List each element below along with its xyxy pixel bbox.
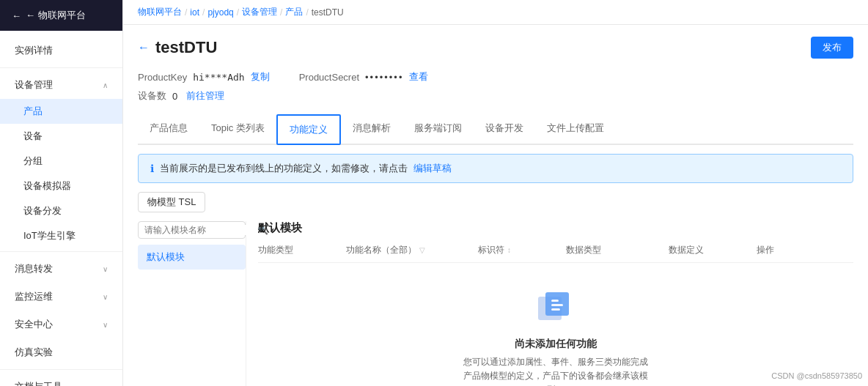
tab-product-info[interactable]: 产品信息 <box>138 114 199 145</box>
product-key-label: ProductKey <box>138 72 187 83</box>
sidebar-item-groups[interactable]: 分组 <box>0 149 122 174</box>
chevron-down-icon: ∨ <box>103 321 108 329</box>
sidebar-item-device-distribution[interactable]: 设备分发 <box>0 198 122 223</box>
sidebar-item-label: 文档与工具 <box>15 380 62 386</box>
table-area: 默认模块 功能类型 功能名称（全部） ▽ 标识符 ↕ 数据类型 <box>246 221 853 386</box>
breadcrumb-sep-1: / <box>185 7 187 18</box>
tab-device-dev[interactable]: 设备开发 <box>474 114 535 145</box>
device-count-value: 0 <box>172 91 177 102</box>
sidebar-item-docs[interactable]: 文档与工具 <box>0 373 122 386</box>
device-count-label: 设备数 <box>138 89 166 103</box>
sidebar-item-label: 设备管理 <box>15 78 53 92</box>
device-count-row: 设备数 0 前往管理 <box>138 89 853 103</box>
breadcrumb-pjyodq[interactable]: pjyodq <box>207 7 233 18</box>
tab-topic-list[interactable]: Topic 类列表 <box>199 114 276 145</box>
sidebar-item-iot-student[interactable]: IoT学生引擎 <box>0 223 122 248</box>
breadcrumb-current: testDTU <box>312 7 344 18</box>
product-secret-value: •••••••• <box>365 72 403 83</box>
view-secret-button[interactable]: 查看 <box>409 70 428 83</box>
svg-rect-2 <box>551 300 559 302</box>
main-area: 物联网平台 / iot / pjyodq / 设备管理 / 产品 / testD… <box>123 0 868 386</box>
filter-icon[interactable]: ▽ <box>419 246 425 254</box>
breadcrumb: 物联网平台 / iot / pjyodq / 设备管理 / 产品 / testD… <box>123 0 868 25</box>
th-label: 数据定义 <box>669 244 704 256</box>
info-banner: ℹ 当前展示的是已发布到线上的功能定义，如需修改，请点击 编辑草稿 <box>138 154 853 183</box>
th-label: 功能类型 <box>258 244 293 256</box>
tab-file-upload[interactable]: 文件上传配置 <box>535 114 616 145</box>
chevron-down-icon: ∨ <box>103 293 108 301</box>
th-label: 数据类型 <box>566 244 601 256</box>
sidebar: ← ← 物联网平台 实例详情 设备管理 ∧ 产品 设备 分组 设备模拟器 设备分… <box>0 0 123 386</box>
product-key-item: ProductKey hi****Adh 复制 <box>138 70 270 83</box>
page-title: testDTU <box>155 38 217 57</box>
sidebar-nav: 实例详情 设备管理 ∧ 产品 设备 分组 设备模拟器 设备分发 IoT学生引擎 … <box>0 31 122 386</box>
copy-button[interactable]: 复制 <box>251 70 270 83</box>
sidebar-divider <box>0 67 122 68</box>
svg-rect-4 <box>551 308 560 311</box>
sidebar-title: ← 物联网平台 <box>26 9 86 22</box>
breadcrumb-iot-platform[interactable]: 物联网平台 <box>138 6 182 18</box>
table-title: 默认模块 <box>258 221 853 235</box>
page-content: ← testDTU 发布 ProductKey hi****Adh 复制 Pro… <box>123 25 868 386</box>
table-header: 功能类型 功能名称（全部） ▽ 标识符 ↕ 数据类型 数据定义 <box>258 244 853 263</box>
sidebar-item-devices[interactable]: 设备 <box>0 124 122 149</box>
sidebar-item-monitor[interactable]: 监控运维 ∨ <box>0 283 122 311</box>
sidebar-header[interactable]: ← ← 物联网平台 <box>0 0 122 31</box>
tsl-button[interactable]: 物模型 TSL <box>138 192 205 212</box>
sidebar-item-label: 消息转发 <box>15 262 53 275</box>
svg-rect-3 <box>551 304 563 306</box>
manage-devices-link[interactable]: 前往管理 <box>186 89 224 103</box>
empty-state-icon <box>532 285 579 329</box>
breadcrumb-sep-4: / <box>280 7 282 18</box>
breadcrumb-products[interactable]: 产品 <box>285 6 303 18</box>
sidebar-item-instance[interactable]: 实例详情 <box>0 37 122 64</box>
chevron-down-icon: ∨ <box>103 265 108 273</box>
watermark: CSDN @csdn585973850 <box>771 371 862 380</box>
product-secret-item: ProductSecret •••••••• 查看 <box>299 70 429 83</box>
sidebar-item-label: 实例详情 <box>15 44 53 57</box>
th-label: 功能名称（全部） <box>346 244 416 256</box>
back-arrow-icon: ← <box>12 10 21 21</box>
th-action: 操作 <box>757 244 815 256</box>
module-search-input[interactable] <box>144 225 254 235</box>
sort-icon[interactable]: ↕ <box>507 246 511 254</box>
module-sidebar: 🔍 默认模块 <box>138 221 246 386</box>
sidebar-item-label: 监控运维 <box>15 290 53 303</box>
info-edit-link[interactable]: 编辑草稿 <box>413 162 452 175</box>
module-item-default[interactable]: 默认模块 <box>138 245 246 270</box>
page-title-row: ← testDTU 发布 <box>138 37 853 59</box>
sidebar-item-device-simulator[interactable]: 设备模拟器 <box>0 174 122 198</box>
meta-row: ProductKey hi****Adh 复制 ProductSecret ••… <box>138 70 853 83</box>
empty-desc: 您可以通过添加属性、事件、服务三类功能完成产品物模型的定义，产品下的设备都会继承… <box>460 355 651 386</box>
module-search-box[interactable]: 🔍 <box>138 221 246 239</box>
tabs: 产品信息 Topic 类列表 功能定义 消息解析 服务端订阅 设备开发 文件上传… <box>138 114 853 145</box>
th-label: 标识符 <box>478 244 504 256</box>
sidebar-item-device-management[interactable]: 设备管理 ∧ <box>0 71 122 99</box>
tab-feature-definition[interactable]: 功能定义 <box>276 114 341 145</box>
th-identifier: 标识符 ↕ <box>478 244 566 256</box>
th-feature-name: 功能名称（全部） ▽ <box>346 244 478 256</box>
chevron-up-icon: ∧ <box>103 81 108 89</box>
empty-title: 尚未添加任何功能 <box>515 338 597 351</box>
th-feature-type: 功能类型 <box>258 244 346 256</box>
sidebar-item-security[interactable]: 安全中心 ∨ <box>0 311 122 338</box>
publish-button[interactable]: 发布 <box>811 37 853 59</box>
th-data-def: 数据定义 <box>669 244 757 256</box>
sidebar-item-label: 安全中心 <box>15 318 53 331</box>
sidebar-item-simulation[interactable]: 仿真实验 <box>0 338 122 366</box>
sidebar-item-products[interactable]: 产品 <box>0 99 122 124</box>
breadcrumb-iot[interactable]: iot <box>190 7 199 18</box>
breadcrumb-sep-2: / <box>202 7 205 18</box>
content-area: 🔍 默认模块 默认模块 功能类型 功能名称（全部） ▽ 标识 <box>138 221 853 386</box>
product-key-value: hi****Adh <box>193 72 244 83</box>
page-back-button[interactable]: ← <box>138 41 150 54</box>
info-text: 当前展示的是已发布到线上的功能定义，如需修改，请点击 <box>160 162 408 175</box>
th-data-type: 数据类型 <box>566 244 669 256</box>
sidebar-item-message-forward[interactable]: 消息转发 ∨ <box>0 255 122 283</box>
breadcrumb-sep-5: / <box>306 7 308 18</box>
breadcrumb-device-management[interactable]: 设备管理 <box>242 6 277 18</box>
tab-message-parse[interactable]: 消息解析 <box>341 114 402 145</box>
tab-service-subscribe[interactable]: 服务端订阅 <box>402 114 474 145</box>
product-secret-label: ProductSecret <box>299 72 359 83</box>
breadcrumb-sep-3: / <box>237 7 239 18</box>
